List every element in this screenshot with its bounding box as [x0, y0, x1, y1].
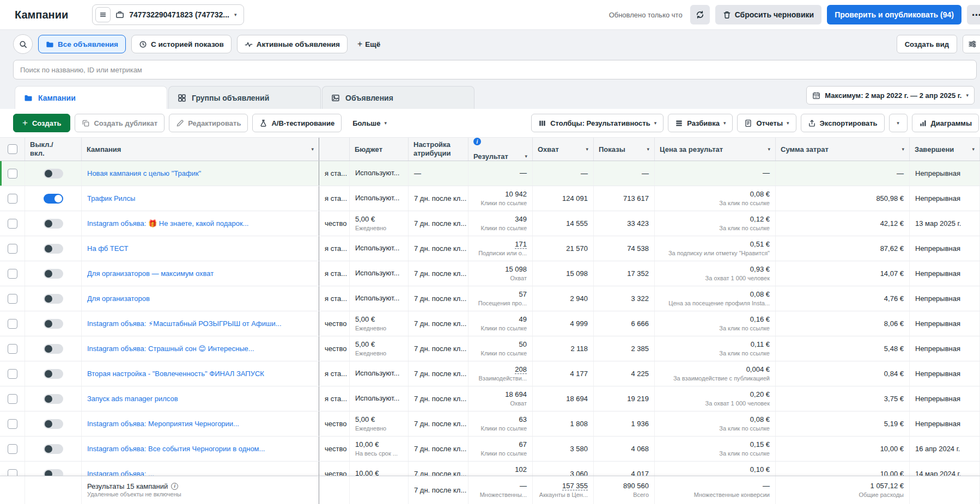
row-checkbox[interactable] [8, 269, 17, 279]
breakdown-button[interactable]: Разбивка ▾ [668, 114, 733, 132]
campaign-link[interactable]: Трафик Рилсы [87, 194, 313, 202]
campaign-link[interactable]: Instagram объява: Все события Черногории… [87, 445, 313, 453]
table-row[interactable]: Instagram объява: Все события Черногории… [0, 437, 980, 462]
create-button[interactable]: + Создать [13, 114, 70, 132]
search-input[interactable] [13, 60, 977, 79]
row-toggle[interactable] [44, 244, 63, 254]
campaign-link[interactable]: Для организаторов [87, 294, 313, 303]
row-toggle[interactable] [44, 344, 63, 354]
columns-button[interactable]: Столбцы: Результативность ▾ [531, 114, 664, 132]
edit-button[interactable]: Редактировать [169, 114, 248, 132]
column-header-budget[interactable]: Бюджет [350, 138, 409, 161]
campaign-link[interactable]: На фб ТЕСТ [87, 244, 313, 253]
reports-button[interactable]: Отчеты ▾ [737, 114, 796, 132]
filter-settings-button[interactable] [963, 35, 980, 53]
filter-with-history[interactable]: С историей показов [131, 35, 232, 53]
column-header-result[interactable]: i Результат▾ [468, 138, 533, 161]
info-icon[interactable]: i [171, 483, 178, 490]
row-checkbox[interactable] [8, 219, 17, 229]
column-header-attribution[interactable]: Настройка атрибуции [409, 138, 468, 161]
table-row[interactable]: Трафик Рилсы я ста... Используют... 7 дн… [0, 186, 980, 211]
table-row[interactable]: Для организаторов — максимум охват я ста… [0, 261, 980, 286]
column-header-end[interactable]: Завершени▾ [910, 138, 980, 161]
row-toggle[interactable] [44, 169, 63, 179]
info-icon[interactable]: i [473, 138, 481, 145]
end-date-cell: Непрерывная [910, 361, 980, 386]
row-toggle[interactable] [44, 469, 63, 476]
truncated-column-cell: чество [319, 211, 350, 236]
table-row[interactable]: Для организаторов я ста... Используют...… [0, 286, 980, 311]
tab-adsets[interactable]: Группы объявлений [168, 86, 321, 109]
account-selector[interactable]: 747732290471823 (747732... ▾ [92, 4, 244, 25]
row-checkbox[interactable] [8, 444, 17, 454]
row-checkbox[interactable] [8, 469, 17, 476]
budget-cell: Используют... [350, 386, 409, 411]
more-options-button[interactable]: ⋯ [967, 5, 980, 24]
row-checkbox[interactable] [8, 244, 17, 254]
table-row[interactable]: Instagram объява: 🎁 Не знаете, какой под… [0, 211, 980, 236]
filter-all-ads[interactable]: Все объявления [38, 35, 126, 53]
create-view-button[interactable]: Создать вид [897, 35, 957, 53]
campaign-link[interactable]: Запуск ads manager рилсов [87, 395, 313, 403]
table-row[interactable]: Instagram объява: Мероприятия Черногории… [0, 411, 980, 437]
table-row[interactable]: Новая кампания с целью "Трафик" я ста...… [0, 161, 980, 186]
row-toggle[interactable] [44, 294, 63, 304]
column-header-spend[interactable]: Сумма затрат▾ [776, 138, 910, 161]
row-checkbox[interactable] [8, 294, 17, 304]
row-checkbox[interactable] [8, 369, 17, 379]
campaign-link[interactable]: Instagram объява: ... [87, 470, 313, 476]
more-button[interactable]: Больше ▾ [346, 114, 393, 132]
table-row[interactable]: Instagram объява: ... чество 10,00 € 7 д… [0, 462, 980, 476]
result-cell: — [468, 161, 533, 186]
column-header-cpr[interactable]: Цена за результат▾ [655, 138, 776, 161]
review-publish-button[interactable]: Проверить и опубликовать (94) [827, 5, 961, 24]
export-button[interactable]: Экспортировать [801, 114, 885, 132]
row-checkbox[interactable] [8, 319, 17, 329]
charts-button[interactable]: Диаграммы [912, 114, 979, 132]
campaign-link[interactable]: Instagram объява: 🎁 Не знаете, какой под… [87, 219, 313, 228]
column-header-reach[interactable]: Охват▾ [533, 138, 594, 161]
table-row[interactable]: Запуск ads manager рилсов я ста... Испол… [0, 386, 980, 411]
campaign-link[interactable]: Instagram объява: Мероприятия Черногории… [87, 420, 313, 428]
campaign-link[interactable]: Instagram объява: Страшный сон 😊 Интерес… [87, 345, 313, 353]
row-checkbox[interactable] [8, 344, 17, 354]
search-button[interactable] [13, 34, 33, 54]
table-row[interactable]: На фб ТЕСТ я ста... Используют... 7 дн. … [0, 236, 980, 261]
table-row[interactable]: Instagram объява: ⚡Масштабный РОЗЫГРЫШ о… [0, 311, 980, 336]
discard-drafts-button[interactable]: Сбросить черновики [715, 5, 822, 24]
campaign-link[interactable]: Для организаторов — максимум охват [87, 269, 313, 278]
table-row[interactable]: Вторая настройка - "Вовлеченность" ФИНАЛ… [0, 361, 980, 386]
tab-campaigns[interactable]: Кампании [15, 86, 167, 109]
row-toggle[interactable] [44, 319, 63, 329]
row-toggle[interactable] [44, 219, 63, 229]
row-toggle[interactable] [44, 194, 63, 204]
select-all-checkbox[interactable] [8, 144, 17, 154]
refresh-button[interactable] [690, 5, 710, 24]
select-all-cell[interactable] [0, 138, 25, 161]
ab-test-button[interactable]: A/B-тестирование [252, 114, 342, 132]
column-header-impressions[interactable]: Показы▾ [594, 138, 655, 161]
reach-cell: 3 060 [533, 462, 594, 476]
row-checkbox[interactable] [8, 169, 17, 179]
row-toggle[interactable] [44, 369, 63, 379]
row-toggle[interactable] [44, 444, 63, 454]
campaign-link[interactable]: Новая кампания с целью "Трафик" [87, 169, 313, 177]
campaign-link[interactable]: Instagram объява: ⚡Масштабный РОЗЫГРЫШ о… [87, 319, 313, 328]
filter-more-button[interactable]: + Ещё [353, 39, 385, 49]
row-toggle[interactable] [44, 419, 63, 429]
table-row[interactable]: Instagram объява: Страшный сон 😊 Интерес… [0, 336, 980, 361]
duplicate-button[interactable]: Создать дубликат [75, 114, 165, 132]
campaign-link[interactable]: Вторая настройка - "Вовлеченность" ФИНАЛ… [87, 370, 313, 378]
column-header-campaign[interactable]: Кампания▾ [82, 138, 319, 161]
date-range-selector[interactable]: Максимум: 2 мар 2022 г. — 2 апр 2025 г. … [806, 86, 975, 105]
tab-ads[interactable]: Объявления [322, 86, 474, 109]
row-toggle[interactable] [44, 394, 63, 404]
menu-icon[interactable] [95, 7, 111, 22]
row-checkbox[interactable] [8, 419, 17, 429]
toggle-knob [45, 170, 52, 177]
row-toggle[interactable] [44, 269, 63, 279]
filter-active-ads[interactable]: Активные объявления [237, 35, 348, 53]
row-checkbox[interactable] [8, 394, 17, 404]
export-options-button[interactable]: ▾ [889, 114, 908, 132]
row-checkbox[interactable] [8, 194, 17, 204]
